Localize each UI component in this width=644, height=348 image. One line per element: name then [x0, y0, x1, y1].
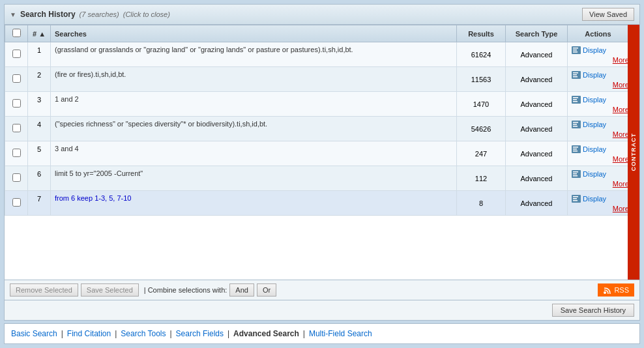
th-searches: Searches	[51, 25, 457, 42]
nav-link-multi-field-search[interactable]: Multi-Field Search	[309, 329, 372, 338]
query-text-6: limit 5 to yr="2005 -Current"	[55, 169, 143, 177]
action-cell-7: Display More »	[572, 194, 635, 212]
action-cell-6: Display More »	[572, 169, 635, 188]
display-link-7[interactable]: Display	[572, 194, 606, 203]
display-link-1[interactable]: Display	[572, 45, 606, 54]
svg-rect-5	[573, 72, 578, 74]
th-type: Search Type	[506, 25, 568, 42]
remove-selected-button[interactable]: Remove Selected	[10, 283, 78, 297]
and-button[interactable]: And	[229, 283, 254, 297]
query-text-7: from 6 keep 1-3, 5, 7-10	[55, 194, 131, 202]
display-link-3[interactable]: Display	[572, 94, 606, 104]
display-link-6[interactable]: Display	[572, 169, 606, 178]
display-label-4: Display	[583, 121, 606, 128]
display-link-2[interactable]: Display	[572, 70, 606, 79]
svg-rect-7	[573, 76, 578, 78]
row-num-3: 3	[28, 92, 51, 117]
svg-rect-21	[573, 171, 578, 173]
action-cell-2: Display More »	[572, 70, 635, 89]
display-icon-7	[572, 195, 581, 203]
row-checkbox-cell	[5, 67, 28, 92]
collapse-arrow-icon[interactable]: ▼	[10, 11, 16, 18]
search-table: # ▲ Searches Results Search Type Actions…	[5, 25, 639, 216]
display-icon-6	[572, 170, 581, 178]
svg-point-29	[604, 291, 606, 294]
query-text-3: 1 and 2	[55, 95, 79, 103]
row-results-4: 54626	[457, 117, 506, 141]
table-row: 4 ("species richness" or "species divers…	[5, 117, 639, 141]
svg-rect-23	[573, 175, 578, 177]
table-row: 3 1 and 2 1470 Advanced Display	[5, 92, 639, 117]
nav-link-basic-search[interactable]: Basic Search	[11, 329, 57, 338]
row-checkbox-5[interactable]	[12, 149, 21, 157]
display-label-5: Display	[583, 145, 606, 153]
view-saved-button[interactable]: View Saved	[582, 8, 634, 21]
rss-label: RSS	[614, 286, 629, 294]
nav-link-advanced-search[interactable]: Advanced Search	[233, 329, 299, 338]
row-type-3: Advanced	[506, 92, 568, 117]
save-search-history-button[interactable]: Save Search History	[552, 304, 634, 317]
row-query-2: (fire or fires).ti,sh,id,bt.	[51, 67, 457, 92]
display-link-4[interactable]: Display	[572, 119, 606, 128]
nav-link-search-tools[interactable]: Search Tools	[121, 329, 166, 338]
nav-link-search-fields[interactable]: Search Fields	[176, 329, 224, 338]
panel-header-left: ▼ Search History (7 searches) (Click to …	[10, 10, 170, 19]
nav-separator: |	[115, 329, 117, 338]
nav-separator: |	[227, 329, 229, 338]
rss-button[interactable]: RSS	[598, 283, 634, 297]
panel-title: Search History	[20, 10, 76, 19]
row-checkbox-2[interactable]	[12, 74, 21, 83]
row-query-6: limit 5 to yr="2005 -Current"	[51, 166, 457, 191]
th-num[interactable]: # ▲	[28, 25, 51, 42]
save-history-row: Save Search History	[5, 300, 639, 320]
table-row: 1 (grassland or grasslands or "grazing l…	[5, 42, 639, 67]
table-header-row: # ▲ Searches Results Search Type Actions	[5, 25, 639, 42]
row-checkbox-cell	[5, 42, 28, 67]
row-checkbox-7[interactable]	[12, 198, 21, 207]
row-type-6: Advanced	[506, 166, 568, 191]
row-results-3: 1470	[457, 92, 506, 117]
svg-rect-1	[573, 48, 578, 49]
svg-rect-6	[573, 74, 577, 76]
svg-rect-11	[573, 101, 578, 102]
panel-footer: Remove Selected Save Selected | Combine …	[5, 280, 639, 300]
action-cell-3: Display More »	[572, 94, 635, 113]
save-selected-button[interactable]: Save Selected	[81, 283, 139, 297]
svg-rect-19	[573, 151, 578, 152]
display-label-2: Display	[583, 71, 606, 79]
query-text-2: (fire or fires).ti,sh,id,bt.	[55, 70, 126, 78]
row-type-4: Advanced	[506, 117, 568, 141]
or-button[interactable]: Or	[257, 283, 276, 297]
nav-link-find-citation[interactable]: Find Citation	[67, 329, 111, 338]
table-row: 5 3 and 4 247 Advanced Display	[5, 141, 639, 166]
svg-rect-10	[573, 99, 577, 100]
panel-count: (7 searches)	[80, 10, 119, 18]
query-text-1: (grassland or grasslands or "grazing lan…	[55, 46, 353, 53]
row-checkbox-3[interactable]	[12, 99, 21, 108]
row-checkbox-1[interactable]	[12, 50, 21, 58]
search-history-panel: ▼ Search History (7 searches) (Click to …	[4, 4, 640, 321]
action-cell-1: Display More »	[572, 45, 635, 64]
svg-rect-14	[573, 124, 577, 125]
main-container: ▼ Search History (7 searches) (Click to …	[0, 0, 644, 348]
row-query-7: from 6 keep 1-3, 5, 7-10	[51, 191, 457, 216]
svg-rect-9	[573, 97, 578, 98]
display-icon-5	[572, 145, 581, 153]
nav-separator: |	[303, 329, 305, 338]
svg-rect-25	[573, 196, 578, 197]
row-checkbox-6[interactable]	[12, 173, 21, 182]
row-checkbox-cell	[5, 117, 28, 141]
row-checkbox-4[interactable]	[12, 124, 21, 132]
row-num-5: 5	[28, 141, 51, 166]
contract-tab[interactable]: CONTRACT	[628, 25, 639, 280]
panel-header: ▼ Search History (7 searches) (Click to …	[5, 5, 639, 25]
row-type-2: Advanced	[506, 67, 568, 92]
display-link-5[interactable]: Display	[572, 144, 606, 153]
row-num-4: 4	[28, 117, 51, 141]
row-query-4: ("species richness" or "species diversit…	[51, 117, 457, 141]
svg-rect-15	[573, 126, 578, 127]
select-all-checkbox[interactable]	[12, 29, 21, 37]
panel-click-label[interactable]: (Click to close)	[123, 10, 170, 18]
display-icon-4	[572, 121, 581, 128]
rss-icon	[603, 285, 612, 295]
